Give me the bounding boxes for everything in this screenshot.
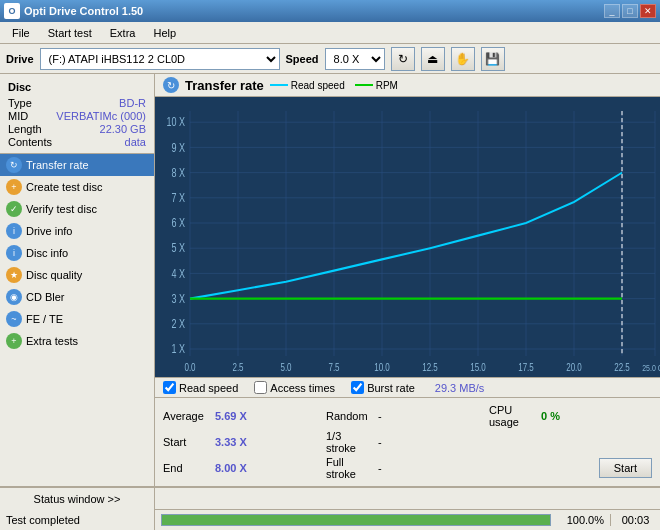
status-window-label: Status window >> — [34, 493, 121, 505]
chart-area: 10 X 9 X 8 X 7 X 6 X 5 X 4 X 3 X 2 X 1 X… — [155, 97, 660, 377]
svg-text:9 X: 9 X — [172, 140, 186, 154]
stats-average-col: Average 5.69 X — [163, 404, 326, 428]
sidebar-item-verify-test-disc[interactable]: ✓ Verify test disc — [0, 198, 154, 220]
status-window-button[interactable]: Status window >> — [0, 488, 155, 510]
maximize-button[interactable]: □ — [622, 4, 638, 18]
time-cell: 00:03 — [610, 514, 660, 526]
chart-title-icon: ↻ — [163, 77, 179, 93]
disc-contents-val: data — [125, 136, 146, 148]
sidebar-item-disc-quality-label: Disc quality — [26, 269, 82, 281]
stats-row-2: Start 3.33 X 1/3 stroke - — [163, 430, 652, 454]
sidebar-item-extra-tests[interactable]: + Extra tests — [0, 330, 154, 352]
sidebar-item-create-test-disc[interactable]: + Create test disc — [0, 176, 154, 198]
drivebar: Drive (F:) ATAPI iHBS112 2 CL0D Speed 8.… — [0, 44, 660, 74]
stop-button[interactable]: ✋ — [451, 47, 475, 71]
legend-rpm: RPM — [355, 80, 398, 91]
stats-one-third-val: - — [378, 436, 382, 448]
start-button[interactable]: Start — [599, 458, 652, 478]
progress-bar-inner — [162, 515, 550, 525]
svg-text:22.5: 22.5 — [614, 361, 630, 374]
legend-read-speed: Read speed — [270, 80, 345, 91]
transfer-rate-icon: ↻ — [6, 157, 22, 173]
disc-contents-row: Contents data — [8, 136, 146, 148]
disc-type-key: Type — [8, 97, 32, 109]
checkbox-burst-rate[interactable]: Burst rate — [351, 381, 415, 394]
stats-full-stroke-val: - — [378, 462, 382, 474]
menu-file[interactable]: File — [4, 25, 38, 41]
svg-text:2 X: 2 X — [172, 316, 186, 330]
disc-info-grid: Type BD-R MID VERBATIMc (000) Length 22.… — [0, 94, 154, 154]
status-content — [155, 488, 660, 510]
checkbox-read-speed-input[interactable] — [163, 381, 176, 394]
save-button[interactable]: 💾 — [481, 47, 505, 71]
stats-average-val: 5.69 X — [215, 410, 247, 422]
menu-help[interactable]: Help — [145, 25, 184, 41]
stats-one-third-col: 1/3 stroke - — [326, 430, 489, 454]
sidebar-item-cd-bler[interactable]: ◉ CD Bler — [0, 286, 154, 308]
disc-type-val: BD-R — [119, 97, 146, 109]
svg-text:17.5: 17.5 — [518, 361, 534, 374]
svg-text:20.0: 20.0 — [566, 361, 582, 374]
close-button[interactable]: ✕ — [640, 4, 656, 18]
sidebar-item-transfer-rate-label: Transfer rate — [26, 159, 89, 171]
speed-select[interactable]: 8.0 X — [325, 48, 385, 70]
checkbox-read-speed[interactable]: Read speed — [163, 381, 238, 394]
menu-start-test[interactable]: Start test — [40, 25, 100, 41]
stats-full-stroke-col: Full stroke - — [326, 456, 489, 480]
stats-cpu-col: CPU usage 0 % — [489, 404, 652, 428]
svg-text:8 X: 8 X — [172, 165, 186, 179]
stats-random-val: - — [378, 410, 382, 422]
stats-empty-col-2 — [489, 430, 652, 454]
statusbar: Status window >> Test completed 100.0% 0… — [0, 486, 660, 530]
svg-text:5 X: 5 X — [172, 241, 186, 255]
disc-mid-val: VERBATIMc (000) — [56, 110, 146, 122]
svg-text:25.0 GB: 25.0 GB — [642, 362, 660, 374]
chart-controls: Read speed Access times Burst rate 29.3 … — [155, 377, 660, 397]
checkbox-burst-rate-input[interactable] — [351, 381, 364, 394]
progress-pct: 100.0% — [559, 514, 604, 526]
sidebar-item-fe-te[interactable]: ~ FE / TE — [0, 308, 154, 330]
stats-end-val: 8.00 X — [215, 462, 247, 474]
stats-row-3: End 8.00 X Full stroke - Start — [163, 456, 652, 480]
sidebar-item-verify-test-disc-label: Verify test disc — [26, 203, 97, 215]
drive-select[interactable]: (F:) ATAPI iHBS112 2 CL0D — [40, 48, 280, 70]
main-area: Disc Type BD-R MID VERBATIMc (000) Lengt… — [0, 74, 660, 486]
statusbar-top: Status window >> — [0, 488, 660, 510]
disc-mid-key: MID — [8, 110, 28, 122]
statusbar-bottom: Test completed 100.0% 00:03 — [0, 510, 660, 530]
eject-button[interactable]: ⏏ — [421, 47, 445, 71]
speed-label: Speed — [286, 53, 319, 65]
sidebar-item-transfer-rate[interactable]: ↻ Transfer rate — [0, 154, 154, 176]
chart-header: ↻ Transfer rate Read speed RPM — [155, 74, 660, 97]
checkbox-access-times-input[interactable] — [254, 381, 267, 394]
sidebar-item-disc-info[interactable]: i Disc info — [0, 242, 154, 264]
verify-test-disc-icon: ✓ — [6, 201, 22, 217]
content-area: ↻ Transfer rate Read speed RPM — [155, 74, 660, 486]
sidebar-item-drive-info[interactable]: i Drive info — [0, 220, 154, 242]
svg-text:10.0: 10.0 — [374, 361, 390, 374]
svg-text:10 X: 10 X — [167, 115, 186, 129]
refresh-button[interactable]: ↻ — [391, 47, 415, 71]
stats-random-col: Random - — [326, 404, 489, 428]
sidebar-item-extra-tests-label: Extra tests — [26, 335, 78, 347]
progress-bar-outer — [161, 514, 551, 526]
stats-empty-col-3: Start — [489, 456, 652, 480]
svg-text:3 X: 3 X — [172, 291, 186, 305]
chart-legend: Read speed RPM — [270, 80, 398, 91]
menubar: File Start test Extra Help — [0, 22, 660, 44]
menu-extra[interactable]: Extra — [102, 25, 144, 41]
minimize-button[interactable]: _ — [604, 4, 620, 18]
app-title: Opti Drive Control 1.50 — [24, 5, 143, 17]
checkbox-access-times[interactable]: Access times — [254, 381, 335, 394]
titlebar-controls[interactable]: _ □ ✕ — [604, 4, 656, 18]
svg-text:7.5: 7.5 — [328, 361, 339, 374]
svg-text:12.5: 12.5 — [422, 361, 438, 374]
legend-rpm-label: RPM — [376, 80, 398, 91]
sidebar-item-drive-info-label: Drive info — [26, 225, 72, 237]
checkbox-access-times-label: Access times — [270, 382, 335, 394]
sidebar-item-disc-quality[interactable]: ★ Disc quality — [0, 264, 154, 286]
legend-rpm-color — [355, 84, 373, 86]
app-icon: O — [4, 3, 20, 19]
stats-start-key: Start — [163, 436, 211, 448]
stats-start-col: Start 3.33 X — [163, 430, 326, 454]
